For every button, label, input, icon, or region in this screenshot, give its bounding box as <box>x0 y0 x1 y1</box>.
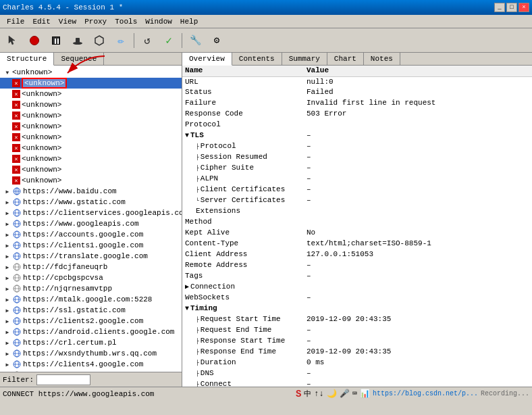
tree-item-ssl-gstatic[interactable]: ▶ https://ssl.gstatic.com <box>0 305 182 316</box>
tab-chart[interactable]: Chart <box>327 53 364 65</box>
tree-item-unknown-7[interactable]: ✕ <unknown> <box>0 143 182 153</box>
table-row: Status Failed <box>182 87 532 98</box>
tree-item-njqr[interactable]: ▶ http://njqrnesamvtpp <box>0 283 182 294</box>
tab-structure[interactable]: Structure <box>0 53 54 66</box>
hat-button[interactable] <box>68 31 88 50</box>
globe-icon <box>12 316 22 326</box>
table-row: Content-Type text/html;charset=ISO-8859-… <box>182 239 532 249</box>
row-label: ├DNS <box>182 368 304 379</box>
tree-item-unknown-10[interactable]: ✕ <unknown> <box>0 175 182 186</box>
status-icon-s: S <box>296 389 301 399</box>
tree-item-unknown-8[interactable]: ✕ <unknown> <box>0 153 182 164</box>
tab-summary[interactable]: Summary <box>282 53 327 65</box>
tree-item-mtalk[interactable]: ▶ https://mtalk.google.com:5228 <box>0 294 182 305</box>
table-row: Remote Address – <box>182 260 532 271</box>
record-button[interactable] <box>24 31 45 50</box>
wrench-button[interactable]: 🔧 <box>185 31 205 50</box>
tree-item-googleapis-www[interactable]: ▶ https://www.googleapis.com <box>0 218 182 229</box>
table-row: WebSockets – <box>182 293 532 303</box>
tab-sequence[interactable]: Sequence <box>54 53 104 65</box>
tree-item-wxsnd[interactable]: ▶ https://wxsndythumb.wrs.qq.com <box>0 348 182 359</box>
refresh-button[interactable]: ↺ <box>137 31 157 50</box>
hex-button[interactable] <box>89 31 109 50</box>
expand-icon <box>3 89 12 99</box>
globe-icon <box>12 360 22 369</box>
tree-item-unknown-1[interactable]: ✕ <unknown> <box>0 78 182 89</box>
settings-button[interactable]: ⚙ <box>207 31 227 50</box>
tab-overview[interactable]: Overview <box>182 53 232 66</box>
menu-help[interactable]: Help <box>176 16 202 27</box>
globe-icon <box>12 306 22 315</box>
globe-icon <box>12 241 22 250</box>
table-row: Client Address 127.0.0.1:51053 <box>182 249 532 260</box>
tree-item-baidu[interactable]: ▶ https://www.baidu.com <box>0 186 182 197</box>
tree-item-fdcj[interactable]: ▶ http://fdcjfaneuqrb <box>0 262 182 272</box>
tree-item-clients1-google[interactable]: ▶ https://clients1.google.com <box>0 240 182 251</box>
expand-icon <box>3 154 12 164</box>
tree-item-clients2[interactable]: ▶ https://clients2.google.com <box>0 316 182 326</box>
tab-notes[interactable]: Notes <box>364 53 400 65</box>
row-value: 127.0.0.1:51053 <box>304 249 532 260</box>
status-bar: CONNECT https://www.googleapis.com S 中 ↑… <box>0 387 532 400</box>
check-button[interactable]: ✓ <box>159 31 179 50</box>
tree-item-unknown-6[interactable]: ✕ <unknown> <box>0 132 182 143</box>
tree-item-unknown-5[interactable]: ✕ <unknown> <box>0 121 182 132</box>
globe-icon <box>12 230 22 239</box>
toolbar: ✏ ↺ ✓ 🔧 ⚙ <box>0 28 532 53</box>
tree-item-clients4[interactable]: ▶ https://clients4.google.com <box>0 359 182 370</box>
row-label: ├Request Start Time <box>182 314 304 325</box>
tree-item-unknown-4[interactable]: ✕ <unknown> <box>0 110 182 121</box>
globe-icon <box>12 295 22 304</box>
tree-group-unknown[interactable]: ▼ <unknown> <box>0 67 182 78</box>
title-bar: Charles 4.5.4 - Session 1 * _ □ × <box>0 0 532 15</box>
error-icon: ✕ <box>12 90 20 98</box>
row-label: Content-Type <box>182 239 304 249</box>
detail-area: Name Value URL null:0 Status Failed Fail… <box>182 66 532 387</box>
maximize-button[interactable]: □ <box>506 3 517 12</box>
menu-tools[interactable]: Tools <box>111 16 141 27</box>
row-label: ├Request End Time <box>182 325 304 336</box>
expand-icon: ▶ <box>3 251 12 261</box>
pencil-button[interactable]: ✏ <box>111 31 131 50</box>
expand-icon <box>3 165 12 174</box>
row-value <box>304 120 532 130</box>
row-value: – <box>304 271 532 282</box>
globe-icon <box>12 187 22 196</box>
pointer-icon <box>7 35 18 46</box>
pointer-tool-button[interactable] <box>3 31 23 50</box>
detail-tabs: Overview Contents Summary Chart Notes <box>182 53 532 66</box>
tree-item-unknown-3[interactable]: ✕ <unknown> <box>0 99 182 110</box>
expand-icon: ▶ <box>3 338 12 347</box>
tab-contents[interactable]: Contents <box>232 53 282 65</box>
col-header-name: Name <box>182 66 304 76</box>
tree-item-accounts-google[interactable]: ▶ https://accounts.google.com <box>0 229 182 240</box>
close-button[interactable]: × <box>518 3 529 12</box>
expand-icon: ▶ <box>3 219 12 228</box>
tree-area[interactable]: ▼ <unknown> ✕ <unknown> ✕ <unknown> ✕ <u… <box>0 66 182 372</box>
row-label: Kept Alive <box>182 228 304 239</box>
tree-item-cpcb[interactable]: ▶ http://cpcbgspcvsa <box>0 272 182 283</box>
menu-window[interactable]: Window <box>141 16 176 27</box>
menu-edit[interactable]: Edit <box>28 16 54 27</box>
main-content: Structure Sequence ▼ <unknown> ✕ <unknow… <box>0 53 532 387</box>
row-label: └Server Certificates <box>182 195 304 206</box>
tree-item-android-clients[interactable]: ▶ https://android.clients.google.com <box>0 326 182 337</box>
tree-item-crl-certum[interactable]: ▶ https://crl.certum.pl <box>0 337 182 348</box>
menu-proxy[interactable]: Proxy <box>80 16 111 27</box>
tree-item-unknown-9[interactable]: ✕ <unknown> <box>0 164 182 175</box>
tree-item-translate-google[interactable]: ▶ https://translate.google.com <box>0 251 182 262</box>
svg-marker-3 <box>95 36 103 45</box>
tree-item-gstatic[interactable]: ▶ https://www.gstatic.com <box>0 197 182 208</box>
filter-input[interactable] <box>36 374 90 385</box>
tree-item-googleapis-cs[interactable]: ▶ https://clientservices.googleapis.com <box>0 208 182 218</box>
status-recording: Recording... <box>481 390 529 397</box>
error-icon: ✕ <box>12 133 20 141</box>
table-row: Response Code 503 Error <box>182 109 532 120</box>
row-value: null:0 <box>304 76 532 87</box>
tree-item-unknown-2[interactable]: ✕ <unknown> <box>0 89 182 99</box>
stop-button[interactable] <box>46 31 66 50</box>
menu-file[interactable]: File <box>3 16 28 27</box>
status-icon-chinese: 中 <box>304 389 311 399</box>
menu-view[interactable]: View <box>55 16 80 27</box>
minimize-button[interactable]: _ <box>494 3 505 12</box>
